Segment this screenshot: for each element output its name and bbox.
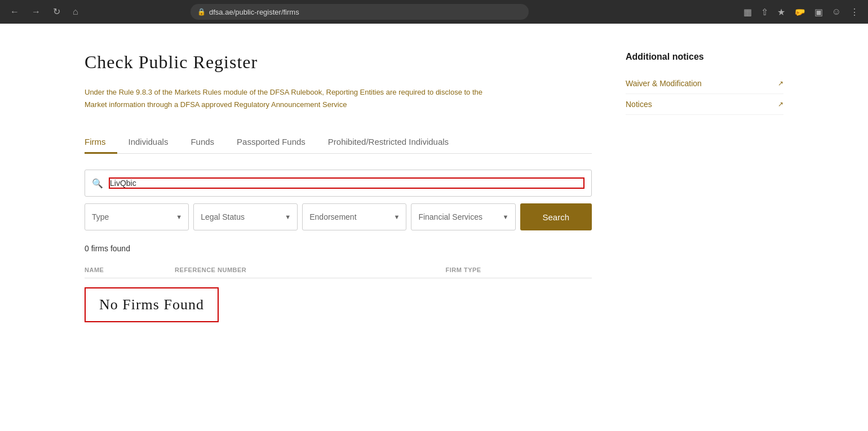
- tab-passported-funds[interactable]: Passported Funds: [225, 131, 317, 154]
- tab-individuals[interactable]: Individuals: [117, 131, 180, 154]
- financial-services-filter[interactable]: Financial Services Accepting Deposits Ad…: [411, 203, 515, 230]
- filters-row: Type Authorized Firm Registered Auditor …: [85, 203, 592, 230]
- lock-icon: 🔒: [197, 8, 206, 16]
- url-text: dfsa.ae/public-register/firms: [209, 8, 522, 16]
- tab-firms[interactable]: Firms: [85, 131, 117, 154]
- back-button[interactable]: ←: [7, 5, 23, 19]
- browser-action-buttons: ▦ ⇧ ★ 🤛 ▣ ☺ ⋮: [741, 5, 861, 20]
- waiver-modification-external-icon: ↗: [778, 79, 783, 87]
- tab-prohibited-restricted[interactable]: Prohibited/Restricted Individuals: [317, 131, 460, 154]
- sidebar-title: Additional notices: [626, 52, 783, 62]
- home-button[interactable]: ⌂: [69, 5, 82, 19]
- browser-chrome: ← → ↻ ⌂ 🔒 dfsa.ae/public-register/firms …: [0, 0, 868, 24]
- no-results-box: No Firms found: [85, 287, 219, 322]
- notices-external-icon: ↗: [778, 100, 783, 108]
- sidebar-link-notices[interactable]: Notices ↗: [626, 94, 783, 115]
- forward-button[interactable]: →: [28, 5, 44, 19]
- page-title: Check Public Register: [85, 52, 592, 73]
- table-header: Name Reference Number Firm Type: [85, 262, 592, 278]
- column-name: Name: [85, 262, 175, 278]
- search-icon: 🔍: [92, 178, 103, 189]
- tabs-container: Firms Individuals Funds Passported Funds…: [85, 131, 592, 154]
- extensions-icon[interactable]: 🤛: [792, 5, 808, 20]
- tab-funds[interactable]: Funds: [179, 131, 225, 154]
- description-text: Under the Rule 9.8.3 of the Markets Rule…: [85, 86, 490, 111]
- sidebar: Additional notices Waiver & Modification…: [626, 52, 783, 322]
- results-table: Name Reference Number Firm Type: [85, 262, 592, 278]
- search-box: 🔍: [85, 170, 592, 197]
- star-icon[interactable]: ★: [775, 5, 787, 20]
- search-input[interactable]: [109, 177, 584, 189]
- results-count: 0 firms found: [85, 244, 592, 253]
- legal-status-filter[interactable]: Legal Status Active Inactive Withdrawn: [193, 203, 298, 230]
- reload-button[interactable]: ↻: [50, 5, 64, 19]
- search-button[interactable]: Search: [520, 203, 592, 230]
- no-results-text: No Firms found: [99, 296, 204, 313]
- type-filter[interactable]: Type Authorized Firm Registered Auditor: [85, 203, 189, 230]
- sidebar-link-waiver-modification[interactable]: Waiver & Modification ↗: [626, 73, 783, 94]
- share-icon[interactable]: ⇧: [759, 5, 770, 20]
- column-reference-number: Reference Number: [175, 262, 445, 278]
- main-content: Check Public Register Under the Rule 9.8…: [85, 52, 592, 322]
- window-icon[interactable]: ▣: [812, 5, 825, 20]
- notices-label: Notices: [626, 100, 652, 109]
- financial-services-filter-wrapper: Financial Services Accepting Deposits Ad…: [411, 203, 515, 230]
- page-container: Check Public Register Under the Rule 9.8…: [39, 24, 829, 350]
- screenshot-icon[interactable]: ▦: [741, 5, 754, 20]
- profile-icon[interactable]: ☺: [830, 5, 843, 20]
- endorsement-filter-wrapper: Endorsement Yes No ▼: [302, 203, 406, 230]
- address-bar[interactable]: 🔒 dfsa.ae/public-register/firms: [191, 4, 529, 20]
- column-firm-type: Firm Type: [446, 262, 592, 278]
- type-filter-wrapper: Type Authorized Firm Registered Auditor …: [85, 203, 189, 230]
- menu-icon[interactable]: ⋮: [848, 5, 861, 20]
- waiver-modification-label: Waiver & Modification: [626, 79, 702, 88]
- endorsement-filter[interactable]: Endorsement Yes No: [302, 203, 406, 230]
- legal-status-filter-wrapper: Legal Status Active Inactive Withdrawn ▼: [193, 203, 298, 230]
